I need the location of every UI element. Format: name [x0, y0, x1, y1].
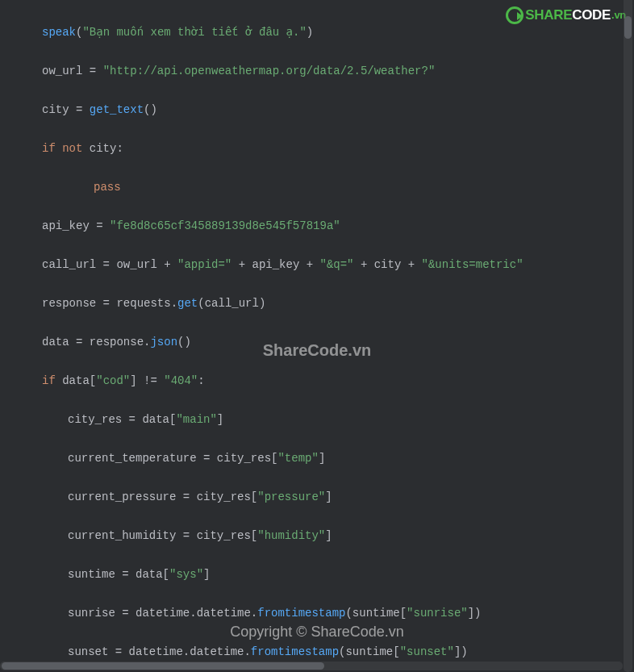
horizontal-scrollbar[interactable] — [0, 662, 623, 670]
code-line: api_key = "fe8d8c65cf345889139d8e545f578… — [42, 216, 633, 236]
code-line: city = get_text() — [42, 100, 633, 119]
code-line: if not city: — [42, 139, 633, 158]
code-line: call_url = ow_url + "appid=" + api_key +… — [42, 255, 633, 274]
code-line: sunset = datetime.datetime.fromtimestamp… — [42, 642, 633, 662]
code-line: data = response.json() — [42, 332, 633, 352]
code-line: current_humidity = city_res["humidity"] — [42, 526, 633, 545]
vertical-scroll-thumb[interactable] — [624, 16, 632, 39]
code-line: speak("Bạn muốn xem thời tiết ở đâu ạ.") — [42, 23, 633, 42]
horizontal-scroll-thumb[interactable] — [2, 662, 324, 670]
code-line: pass — [42, 177, 633, 197]
vertical-scrollbar[interactable] — [624, 0, 632, 672]
code-line: if data["cod"] != "404": — [42, 371, 633, 390]
code-line: ow_url = "http://api.openweathermap.org/… — [42, 61, 633, 81]
code-line: current_pressure = city_res["pressure"] — [42, 487, 633, 507]
code-line: sunrise = datetime.datetime.fromtimestam… — [42, 603, 633, 623]
code-line: current_temperature = city_res["temp"] — [42, 449, 633, 468]
code-editor[interactable]: speak("Bạn muốn xem thời tiết ở đâu ạ.")… — [0, 0, 633, 672]
code-line: suntime = data["sys"] — [42, 565, 633, 584]
code-line: response = requests.get(call_url) — [42, 294, 633, 313]
code-line: city_res = data["main"] — [42, 410, 633, 429]
